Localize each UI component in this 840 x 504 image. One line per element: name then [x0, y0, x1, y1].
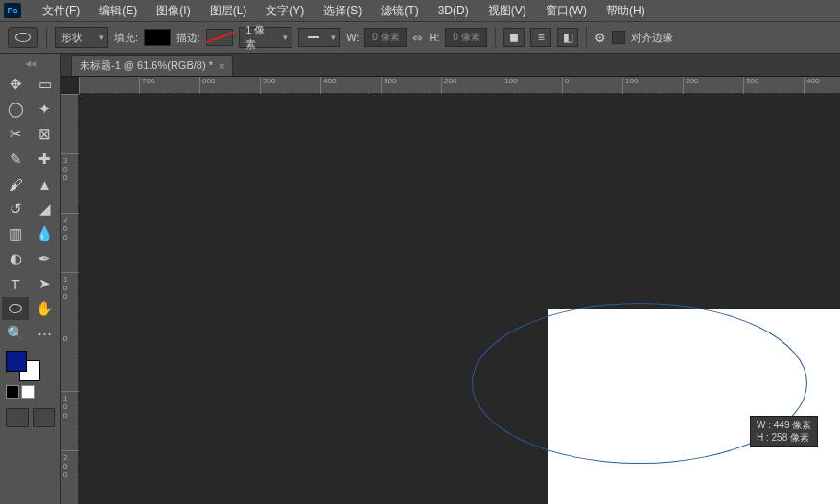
menu-filter[interactable]: 滤镜(T) [371, 3, 428, 19]
main-area: ◀◀ ✥ ▭ ◯ ✦ ✂ ⊠ ✎ ✚ 🖌 ▲ ↺ ◢ ▥ 💧 ◐ ✒ T ➤ ✋… [0, 54, 840, 504]
menu-image[interactable]: 图像(I) [147, 3, 199, 19]
crop-tool[interactable]: ✂ [2, 123, 29, 146]
canvas[interactable]: W : 449 像素 H : 258 像素 [79, 94, 840, 504]
screenmode-icon[interactable] [33, 408, 56, 427]
edit-toolbar[interactable]: ⋯ [32, 322, 58, 345]
swap-colors-icon[interactable] [21, 385, 35, 399]
heal-tool[interactable]: ✚ [32, 148, 58, 171]
menu-select[interactable]: 选择(S) [314, 3, 371, 19]
app-logo: Ps [4, 3, 21, 18]
zoom-tool[interactable]: 🔍 [2, 322, 29, 345]
hand-tool[interactable]: ✋ [32, 297, 58, 320]
tooltip-h-value: 258 像素 [772, 432, 809, 443]
document-tab-title: 未标题-1 @ 61.6%(RGB/8) * [80, 58, 213, 73]
tooltip-w-label: W : [757, 420, 771, 430]
height-label: H: [429, 32, 439, 43]
menu-file[interactable]: 文件(F) [33, 3, 89, 19]
lasso-tool[interactable]: ◯ [2, 98, 29, 121]
height-input[interactable]: 0 像素 [445, 28, 487, 47]
menu-edit[interactable]: 编辑(E) [89, 3, 147, 19]
dimension-tooltip: W : 449 像素 H : 258 像素 [750, 416, 818, 447]
tooltip-h-label: H : [757, 432, 769, 443]
ruler-vertical[interactable]: 3002001000100200300 [61, 94, 79, 504]
eraser-tool[interactable]: ◢ [32, 197, 58, 220]
default-colors-icon[interactable] [6, 385, 19, 399]
foreground-color-swatch[interactable] [6, 351, 27, 372]
pen-tool[interactable]: ✒ [32, 247, 58, 270]
ellipse-tool[interactable] [2, 297, 29, 320]
menu-3d[interactable]: 3D(D) [429, 4, 478, 17]
eyedropper-tool[interactable]: ✎ [2, 148, 29, 171]
color-pickers [0, 347, 60, 402]
path-ops-icon[interactable]: ◼ [503, 28, 525, 47]
separator [46, 27, 47, 48]
separator [495, 27, 496, 48]
type-tool[interactable]: T [2, 272, 29, 295]
stroke-style-dropdown[interactable] [298, 28, 340, 47]
tooltip-w-value: 449 像素 [774, 420, 811, 430]
ruler-horizontal[interactable]: 7006005004003002001000100200300400 [79, 77, 840, 94]
mode-dropdown[interactable]: 形状 [55, 27, 108, 48]
document-area: 未标题-1 @ 61.6%(RGB/8) * × 700600500400300… [61, 54, 840, 504]
fill-color-swatch[interactable] [144, 29, 171, 46]
gear-icon[interactable]: ⚙ [595, 31, 606, 45]
path-select-tool[interactable]: ➤ [32, 272, 58, 295]
align-edges-checkbox[interactable] [612, 31, 625, 44]
frame-tool[interactable]: ⊠ [32, 123, 58, 146]
history-brush-tool[interactable]: ↺ [2, 197, 29, 220]
brush-tool[interactable]: 🖌 [2, 172, 29, 195]
width-input[interactable]: 0 像素 [364, 28, 407, 47]
stroke-size-dropdown[interactable]: 1 像素 [239, 27, 292, 48]
marquee-tool[interactable]: ▭ [32, 73, 58, 96]
menu-help[interactable]: 帮助(H) [596, 3, 655, 19]
separator [586, 27, 587, 48]
document-tab[interactable]: 未标题-1 @ 61.6%(RGB/8) * × [71, 55, 233, 76]
options-bar: 形状 填充: 描边: 1 像素 W: 0 像素 ⇔ H: 0 像素 ◼ ≡ ◧ … [0, 21, 840, 54]
quickmask-icon[interactable] [6, 408, 29, 427]
close-tab-icon[interactable]: × [219, 60, 224, 72]
menu-type[interactable]: 文字(Y) [256, 3, 314, 19]
width-label: W: [346, 32, 359, 43]
quick-select-tool[interactable]: ✦ [32, 98, 58, 121]
align-edges-label: 对齐边缘 [631, 31, 673, 45]
arrange-icon[interactable]: ◧ [557, 28, 578, 47]
menu-view[interactable]: 视图(V) [478, 3, 536, 19]
link-wh-icon[interactable]: ⇔ [412, 31, 423, 45]
menu-window[interactable]: 窗口(W) [536, 3, 596, 19]
dodge-tool[interactable]: ◐ [2, 247, 29, 270]
tools-panel: ◀◀ ✥ ▭ ◯ ✦ ✂ ⊠ ✎ ✚ 🖌 ▲ ↺ ◢ ▥ 💧 ◐ ✒ T ➤ ✋… [0, 54, 61, 504]
fill-label: 填充: [114, 31, 138, 45]
gradient-tool[interactable]: ▥ [2, 222, 29, 245]
move-tool[interactable]: ✥ [2, 73, 29, 96]
menu-layer[interactable]: 图层(L) [200, 3, 257, 19]
canvas-wrap: 7006005004003002001000100200300400 30020… [61, 77, 840, 504]
stamp-tool[interactable]: ▲ [32, 172, 58, 195]
collapse-toolbar-icon[interactable]: ◀◀ [0, 59, 60, 71]
align-icon[interactable]: ≡ [530, 28, 551, 47]
stroke-color-swatch[interactable] [206, 29, 233, 46]
tool-preset-ellipse[interactable] [8, 27, 38, 48]
menu-bar: Ps 文件(F) 编辑(E) 图像(I) 图层(L) 文字(Y) 选择(S) 滤… [0, 0, 840, 21]
stroke-label: 描边: [176, 31, 200, 45]
document-tabstrip: 未标题-1 @ 61.6%(RGB/8) * × [61, 54, 840, 77]
blur-tool[interactable]: 💧 [32, 222, 58, 245]
ellipse-icon [15, 33, 31, 42]
